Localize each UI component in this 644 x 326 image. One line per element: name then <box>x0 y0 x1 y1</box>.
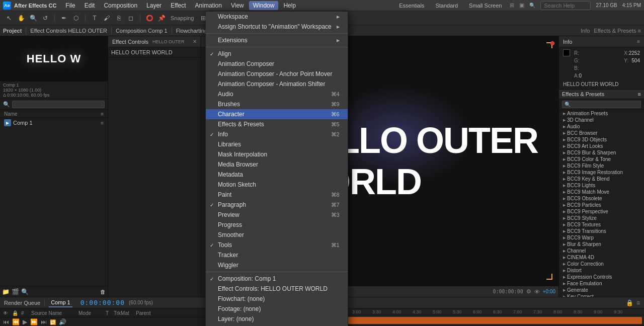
tool-text[interactable]: T <box>90 13 100 23</box>
effects-search-input[interactable] <box>562 101 641 108</box>
effect-item-bcc9-key[interactable]: ▶BCC9 Key & Blend <box>559 176 644 182</box>
tool-eraser[interactable]: ◻ <box>126 13 136 23</box>
menu-paint[interactable]: Paint ⌘8 <box>206 190 348 200</box>
timeline-lock-icon[interactable]: 🔒 <box>626 299 633 306</box>
vp-icon2[interactable]: 👁 <box>534 289 540 295</box>
menu-window[interactable]: Window <box>249 1 279 10</box>
new-comp-btn[interactable]: 🎬 <box>12 288 19 295</box>
mode-col[interactable]: Mode <box>78 310 104 316</box>
effect-item-bcc9-3d[interactable]: ▶BCC9 3D Objects <box>559 136 644 143</box>
go-prev-frame-btn[interactable]: ⏪ <box>12 318 20 325</box>
menu-edit[interactable]: Edit <box>80 1 99 10</box>
effect-item-animation-presets[interactable]: ▶Animation Presets <box>559 110 644 117</box>
menu-flowchart-none[interactable]: Flowchart: (none) <box>206 294 348 304</box>
effect-item-bcc9-warp[interactable]: ▶BCC9 Warp <box>559 234 644 241</box>
effect-item-bcc9-textures[interactable]: ▶BCC9 Textures <box>559 221 644 228</box>
options-btn[interactable]: ≡ <box>101 111 104 117</box>
effect-item-distort[interactable]: ▶Distort <box>559 267 644 274</box>
effect-item-blur-sharpen[interactable]: ▶Blur & Sharpen <box>559 241 644 248</box>
effect-item-bcc9-particles[interactable]: ▶BCC9 Particles <box>559 202 644 208</box>
menu-layer-none[interactable]: Layer: (none) <box>206 314 348 324</box>
effect-item-bcc9-image[interactable]: ▶BCC9 Image Restoration <box>559 169 644 176</box>
menu-animation-composer-anchor[interactable]: Animation Composer - Anchor Point Mover <box>206 69 348 79</box>
trkmat-col[interactable]: TrkMat <box>114 310 134 316</box>
tool-roto[interactable]: ⭕ <box>144 13 154 23</box>
info-close[interactable]: ≡ <box>637 39 640 44</box>
go-start-btn[interactable]: ⏮ <box>3 318 9 325</box>
effect-item-expression-controls[interactable]: ▶Expression Controls <box>559 274 644 280</box>
menu-workspace[interactable]: Workspace <box>206 12 348 22</box>
comp1-timeline-tab[interactable]: Comp 1 <box>49 298 72 307</box>
timeline-options-icon[interactable]: ≡ <box>636 299 640 306</box>
effect-item-key-correct[interactable]: ▶Key Correct <box>559 293 644 297</box>
menu-info[interactable]: Info ⌘2 <box>206 129 348 139</box>
effect-item-bcc9-lights[interactable]: ▶BCC9 Lights <box>559 182 644 189</box>
t-col[interactable]: T <box>106 310 112 316</box>
effect-item-color-correction[interactable]: ▶Color Correction <box>559 261 644 267</box>
info-panel-btn[interactable]: Info <box>581 28 590 34</box>
workspace-small-screen-btn[interactable]: Small Screen <box>466 2 505 10</box>
render-queue-tab[interactable]: Render Queue <box>4 300 40 306</box>
effect-item-bcc9-film[interactable]: ▶BCC9 Film Style <box>559 162 644 169</box>
menu-effect-controls-hello[interactable]: Effect Controls: HELLO OUTER WORLD <box>206 284 348 294</box>
effect-item-bcc9-color[interactable]: ▶BCC9 Color & Tone <box>559 156 644 162</box>
play-btn[interactable]: ▶ <box>23 318 27 325</box>
new-folder-btn[interactable]: 📁 <box>2 288 10 295</box>
effect-controls-close[interactable]: ✕ <box>193 39 197 44</box>
menu-composition[interactable]: Composition <box>100 1 141 10</box>
effect-item-face-emulation[interactable]: ▶Face Emulation <box>559 280 644 287</box>
timecode-display[interactable]: 0:00:00:00 <box>80 299 125 306</box>
menu-tracker[interactable]: Tracker <box>206 250 348 260</box>
tool-zoom[interactable]: 🔍 <box>28 13 38 23</box>
menu-character[interactable]: Character ⌘6 <box>206 109 348 119</box>
loop-btn[interactable]: 🔁 <box>50 319 56 325</box>
go-end-btn[interactable]: ⏭ <box>41 318 47 325</box>
menu-align[interactable]: Align <box>206 49 348 59</box>
menu-project[interactable]: Project ⌘0 <box>206 324 348 326</box>
tool-puppet[interactable]: 📌 <box>156 13 167 23</box>
effect-item-3d-channel[interactable]: ▶3D Channel <box>559 117 644 123</box>
tool-mask[interactable]: ⬡ <box>71 13 81 23</box>
effect-item-generate[interactable]: ▶Generate <box>559 287 644 293</box>
menu-extensions[interactable]: Extensions <box>206 35 348 45</box>
effect-item-cinema4d[interactable]: ▶CINEMA 4D <box>559 254 644 261</box>
effect-item-bcc9-trans[interactable]: ▶BCC9 Transitions <box>559 228 644 234</box>
effect-item-bcc9-stylize[interactable]: ▶BCC9 Stylize <box>559 215 644 221</box>
vp-icon1[interactable]: ⚙ <box>526 288 531 295</box>
tool-brush[interactable]: 🖌 <box>102 13 112 23</box>
effect-item-bcc9-obsolete[interactable]: ▶BCC9 Obsolete <box>559 195 644 202</box>
menu-mask-interpolation[interactable]: Mask Interpolation <box>206 149 348 159</box>
audio-btn[interactable]: 🔊 <box>59 318 66 325</box>
menu-file[interactable]: File <box>61 1 79 10</box>
search-btn[interactable]: 🔍 <box>21 288 29 295</box>
effect-item-bcc-browser[interactable]: ▶BCC Browser <box>559 130 644 136</box>
menu-audio[interactable]: Audio ⌘4 <box>206 89 348 99</box>
menu-comp-comp1[interactable]: Composition: Comp 1 <box>206 274 348 284</box>
effects-presets-menu[interactable]: ≡ <box>638 91 641 97</box>
menu-effect[interactable]: Effect <box>167 1 190 10</box>
workspace-essentials-btn[interactable]: Essentials <box>396 2 427 10</box>
menu-media-browser[interactable]: Media Browser <box>206 159 348 170</box>
search-help-input[interactable] <box>540 1 591 10</box>
menu-tools[interactable]: Tools ⌘1 <box>206 240 348 250</box>
menu-smoother[interactable]: Smoother <box>206 230 348 240</box>
effect-item-channel[interactable]: ▶Channel <box>559 248 644 254</box>
menu-animation-composer[interactable]: Animation Composer <box>206 59 348 69</box>
tool-hand[interactable]: ✋ <box>16 13 26 23</box>
menu-wiggler[interactable]: Wiggler <box>206 260 348 270</box>
menu-footage-none[interactable]: Footage: (none) <box>206 304 348 314</box>
source-name-col[interactable]: Source Name <box>31 310 76 316</box>
effect-item-audio[interactable]: ▶Audio <box>559 123 644 130</box>
tool-rotate[interactable]: ↺ <box>40 13 50 23</box>
menu-layer[interactable]: Layer <box>142 1 166 10</box>
parent-col[interactable]: Parent <box>136 310 150 316</box>
effect-item-bcc9-blur[interactable]: ▶BCC9 Blur & Sharpen <box>559 149 644 156</box>
effects-presets-btn[interactable]: Effects & Presets ≡ <box>594 28 641 34</box>
menu-paragraph[interactable]: Paragraph ⌘7 <box>206 200 348 210</box>
menu-view[interactable]: View <box>227 1 248 10</box>
tool-select[interactable]: ↖ <box>4 13 14 23</box>
effect-item-bcc9-perspective[interactable]: ▶BCC9 Perspective <box>559 208 644 215</box>
menu-metadata[interactable]: Metadata <box>206 170 348 180</box>
effect-item-bcc9-match[interactable]: ▶BCC9 Match Move <box>559 189 644 195</box>
menu-animation[interactable]: Animation <box>191 1 226 10</box>
